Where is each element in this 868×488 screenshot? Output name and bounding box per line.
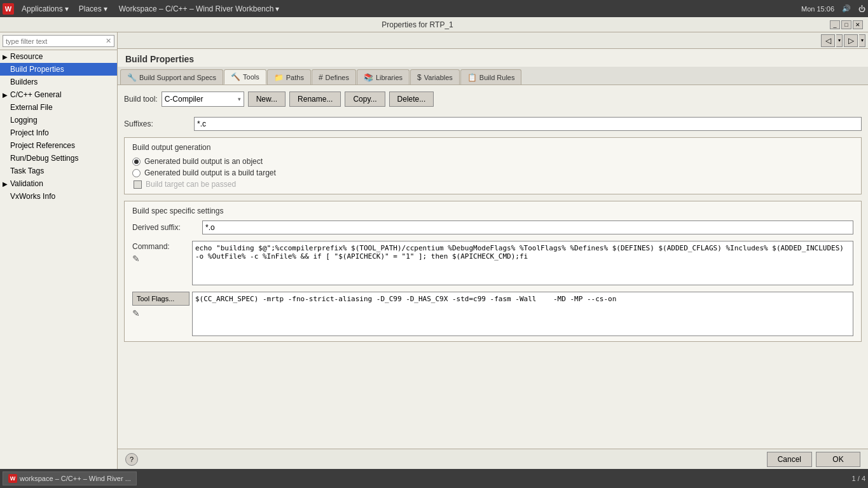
radio-target[interactable]: Generated build output is a build target bbox=[132, 168, 853, 177]
window-titlebar: Properties for RTP_1 _ □ ✕ bbox=[0, 17, 868, 32]
build-tool-select[interactable]: C-Compiler ▾ bbox=[162, 92, 244, 107]
places-arrow: ▾ bbox=[104, 4, 107, 13]
sidebar-item-logging[interactable]: Logging bbox=[0, 114, 117, 126]
sidebar-item-label: VxWorks Info bbox=[10, 192, 55, 201]
tab-label: Paths bbox=[286, 74, 304, 81]
content-area: Build tool: C-Compiler ▾ New... Rename..… bbox=[118, 85, 868, 449]
sidebar-item-label: Logging bbox=[10, 116, 38, 125]
sidebar-item-validation[interactable]: ▶ Validation bbox=[0, 177, 117, 190]
forward-dropdown[interactable]: ▾ bbox=[859, 34, 865, 47]
tab-build-rules[interactable]: 📋 Build Rules bbox=[460, 69, 522, 85]
window-title-taskbar[interactable]: Workspace – C/C++ – Wind River Workbench… bbox=[114, 3, 285, 15]
build-output-title: Build output generation bbox=[132, 143, 853, 152]
window-title-text: Workspace – C/C++ – Wind River Workbench bbox=[119, 4, 274, 13]
filter-input[interactable] bbox=[6, 37, 106, 45]
sidebar-item-run-debug[interactable]: Run/Debug Settings bbox=[0, 152, 117, 165]
help-button[interactable]: ? bbox=[125, 453, 138, 466]
sidebar-item-label: Project References bbox=[10, 141, 75, 150]
copy-button[interactable]: Copy... bbox=[345, 92, 385, 107]
places-label: Places bbox=[79, 4, 102, 13]
filter-box: ✕ bbox=[0, 32, 117, 50]
tab-label: Build Rules bbox=[479, 74, 515, 81]
tab-variables[interactable]: $ Variables bbox=[410, 69, 460, 85]
forward-button[interactable]: ▷ bbox=[844, 34, 858, 47]
tab-libraries[interactable]: 📚 Libraries bbox=[357, 69, 410, 85]
command-label-col: Command: ✎ bbox=[132, 241, 189, 285]
sidebar-item-label: External File bbox=[10, 103, 53, 112]
back-button[interactable]: ◁ bbox=[821, 34, 835, 47]
tab-tools[interactable]: 🔨 Tools bbox=[224, 69, 266, 85]
command-row: Command: ✎ bbox=[132, 241, 853, 285]
delete-button[interactable]: Delete... bbox=[389, 92, 434, 107]
rename-button[interactable]: Rename... bbox=[289, 92, 341, 107]
sidebar-item-label: Builders bbox=[10, 78, 38, 86]
new-button[interactable]: New... bbox=[248, 92, 286, 107]
footer: ? Cancel OK bbox=[118, 449, 868, 469]
build-spec-section: Build spec specific settings Derived suf… bbox=[124, 201, 862, 342]
defines-icon: # bbox=[319, 73, 323, 82]
command-area: Command: ✎ bbox=[132, 241, 853, 285]
sidebar-item-vxworks-info[interactable]: VxWorks Info bbox=[0, 190, 117, 203]
bottom-taskbar: W workspace – C/C++ – Wind River ... 1 /… bbox=[0, 469, 868, 488]
window-title: Properties for RTP_1 bbox=[5, 20, 830, 29]
back-dropdown[interactable]: ▾ bbox=[836, 34, 843, 47]
bottom-task-item[interactable]: W workspace – C/C++ – Wind River ... bbox=[3, 471, 137, 485]
build-tool-row: Build tool: C-Compiler ▾ New... Rename..… bbox=[124, 92, 862, 107]
sidebar-item-external-file[interactable]: External File bbox=[0, 101, 117, 114]
radio-target-btn[interactable] bbox=[132, 169, 141, 177]
checkbox-passed-btn bbox=[134, 180, 142, 189]
maximize-button[interactable]: □ bbox=[841, 20, 851, 29]
tool-flags-edit-icon[interactable]: ✎ bbox=[132, 308, 140, 318]
page-indicator: 1 / 4 bbox=[852, 475, 865, 482]
sidebar-item-task-tags[interactable]: Task Tags bbox=[0, 165, 117, 177]
suffixes-input[interactable] bbox=[194, 117, 862, 131]
tab-paths[interactable]: 📁 Paths bbox=[267, 69, 311, 85]
derived-suffix-input[interactable] bbox=[202, 220, 853, 234]
close-button[interactable]: ✕ bbox=[853, 20, 863, 29]
ok-button[interactable]: OK bbox=[816, 452, 860, 467]
tab-defines[interactable]: # Defines bbox=[312, 69, 356, 85]
tools-icon: 🔨 bbox=[231, 72, 240, 81]
filter-clear-icon[interactable]: ✕ bbox=[106, 37, 111, 45]
applications-menu[interactable]: Applications ▾ bbox=[17, 3, 74, 15]
window-title-arrow: ▾ bbox=[275, 4, 279, 13]
libraries-icon: 📚 bbox=[364, 73, 373, 82]
expand-arrow-icon: ▶ bbox=[3, 92, 8, 98]
tab-label: Variables bbox=[424, 74, 453, 81]
sidebar-item-build-properties[interactable]: Build Properties bbox=[0, 63, 117, 76]
suffixes-label: Suffixes: bbox=[124, 119, 194, 128]
sidebar-item-project-info[interactable]: Project Info bbox=[0, 126, 117, 139]
sidebar-item-project-references[interactable]: Project References bbox=[0, 139, 117, 152]
command-label: Command: bbox=[132, 241, 189, 251]
minimize-button[interactable]: _ bbox=[830, 20, 840, 29]
filter-input-wrap[interactable]: ✕ bbox=[3, 35, 114, 47]
clock: Mon 15:06 bbox=[801, 5, 834, 13]
sidebar-nav: ▶ Resource Build Properties Builders ▶ C… bbox=[0, 50, 117, 469]
right-panel: ◁ ▾ ▷ ▾ Build Properties 🔧 Build Support… bbox=[118, 32, 868, 469]
command-textarea[interactable] bbox=[192, 241, 853, 285]
build-tool-label: Build tool: bbox=[124, 95, 158, 104]
cancel-button[interactable]: Cancel bbox=[767, 452, 812, 467]
radio-object[interactable]: Generated build output is an object bbox=[132, 157, 853, 166]
sidebar-item-builders[interactable]: Builders bbox=[0, 76, 117, 88]
sidebar-item-resource[interactable]: ▶ Resource bbox=[0, 50, 117, 63]
tab-label: Build Support and Specs bbox=[139, 74, 216, 81]
build-spec-title: Build spec specific settings bbox=[132, 207, 853, 215]
places-menu[interactable]: Places ▾ bbox=[74, 3, 113, 15]
radio-object-btn[interactable] bbox=[132, 158, 141, 166]
tool-flags-button[interactable]: Tool Flags... bbox=[132, 292, 189, 306]
tool-flags-textarea[interactable] bbox=[192, 292, 853, 336]
sidebar-item-cpp-general[interactable]: ▶ C/C++ General bbox=[0, 88, 117, 101]
tab-build-support-and-specs[interactable]: 🔧 Build Support and Specs bbox=[120, 69, 223, 85]
window-controls: _ □ ✕ bbox=[830, 20, 863, 29]
taskbar-logo: W bbox=[3, 3, 14, 15]
bottom-task-logo: W bbox=[8, 474, 17, 483]
command-edit-icon[interactable]: ✎ bbox=[132, 254, 140, 264]
paths-icon: 📁 bbox=[274, 73, 284, 82]
sidebar-item-label: Build Properties bbox=[10, 65, 64, 74]
checkbox-passed-row: Build target can be passed bbox=[132, 180, 853, 189]
build-rules-icon: 📋 bbox=[467, 73, 477, 82]
sidebar-item-label: Task Tags bbox=[10, 166, 44, 175]
expand-arrow-icon: ▶ bbox=[3, 180, 8, 187]
derived-suffix-row: Derived suffix: bbox=[132, 220, 853, 234]
